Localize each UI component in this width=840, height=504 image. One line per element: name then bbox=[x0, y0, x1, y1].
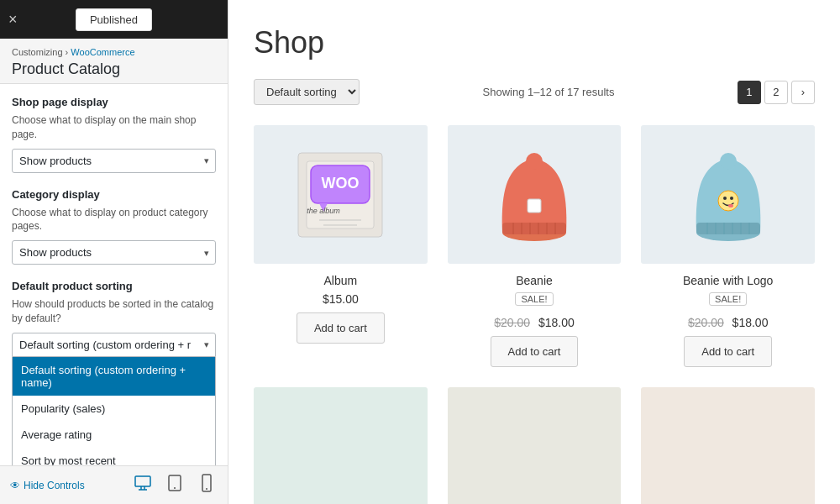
product-price-beanie: $20.00 $18.00 bbox=[494, 316, 575, 329]
bottom-bar: 👁 Hide Controls bbox=[0, 465, 228, 504]
svg-point-7 bbox=[206, 488, 207, 490]
product-card-partial3 bbox=[641, 387, 815, 504]
page-2-button[interactable]: 2 bbox=[764, 81, 788, 104]
sorting-option-rating[interactable]: Average rating bbox=[13, 422, 215, 448]
svg-rect-27 bbox=[696, 223, 760, 234]
shop-display-section: Shop page display Choose what to display… bbox=[12, 96, 216, 173]
sale-badge-beanie-logo: SALE! bbox=[709, 292, 747, 306]
default-sorting-desc: How should products be sorted in the cat… bbox=[12, 297, 216, 326]
product-name-beanie: Beanie bbox=[516, 274, 553, 287]
product-card-partial2 bbox=[448, 387, 622, 504]
desktop-device-button[interactable] bbox=[132, 472, 154, 498]
sorting-option-recent[interactable]: Sort by most recent bbox=[13, 448, 215, 465]
svg-text:WOO: WOO bbox=[322, 175, 360, 192]
top-bar: × Published bbox=[0, 0, 228, 39]
product-card-partial1 bbox=[254, 387, 428, 504]
sale-badge-beanie: SALE! bbox=[515, 292, 553, 306]
product-card-beanie: Beanie SALE! $20.00 $18.00 Add to cart bbox=[448, 125, 622, 367]
product-name-album: Album bbox=[323, 274, 357, 287]
svg-point-31 bbox=[728, 204, 733, 207]
hide-controls-button[interactable]: 👁 Hide Controls bbox=[10, 480, 85, 491]
close-button[interactable]: × bbox=[8, 11, 18, 29]
svg-point-25 bbox=[526, 153, 543, 170]
price-new-beanie-logo: $18.00 bbox=[732, 316, 769, 329]
product-image-album: WOO the album bbox=[254, 125, 428, 264]
svg-point-30 bbox=[730, 197, 733, 200]
panel-title: Product Catalog bbox=[12, 60, 216, 78]
svg-rect-18 bbox=[528, 199, 541, 213]
product-name-beanie-logo: Beanie with Logo bbox=[683, 274, 773, 287]
product-image-partial1 bbox=[254, 387, 428, 504]
product-image-beanie bbox=[448, 125, 622, 264]
product-grid-row2 bbox=[254, 387, 815, 504]
results-count: Showing 1–12 of 17 results bbox=[483, 86, 615, 98]
price-old-beanie-logo: $20.00 bbox=[688, 316, 724, 329]
eye-icon: 👁 bbox=[10, 480, 20, 491]
default-sorting-section: Default product sorting How should produ… bbox=[12, 280, 216, 465]
customizer-panel: × Published Customizing › WooCommerce Pr… bbox=[0, 0, 228, 504]
panel-content: Shop page display Choose what to display… bbox=[0, 84, 228, 465]
price-new-beanie: $18.00 bbox=[538, 316, 575, 329]
product-price-album: $15.00 bbox=[323, 292, 359, 306]
sorting-dropdown-list: Default sorting (custom ordering + name)… bbox=[12, 357, 216, 465]
page-1-button[interactable]: 1 bbox=[738, 81, 761, 104]
sorting-option-popularity[interactable]: Popularity (sales) bbox=[13, 396, 215, 422]
svg-text:the album: the album bbox=[307, 207, 341, 215]
svg-point-38 bbox=[720, 153, 737, 170]
sorting-select[interactable]: Default sorting (custom ordering + r bbox=[12, 333, 216, 357]
svg-rect-17 bbox=[502, 223, 566, 234]
product-card-album: WOO the album Album $15.00 Add to cart bbox=[254, 125, 428, 367]
product-image-partial3 bbox=[641, 387, 815, 504]
shop-preview: Shop Default sorting Showing 1–12 of 17 … bbox=[228, 0, 840, 504]
tablet-device-button[interactable] bbox=[164, 472, 186, 498]
category-display-select-wrapper: Show products Show categories Show categ… bbox=[12, 240, 216, 265]
sorting-option-default[interactable]: Default sorting (custom ordering + name) bbox=[13, 357, 215, 396]
category-display-section: Category display Choose what to display … bbox=[12, 188, 216, 265]
category-display-desc: Choose what to display on product catego… bbox=[12, 206, 216, 234]
svg-point-28 bbox=[718, 191, 738, 211]
sorting-select-wrapper: Default sorting (custom ordering + r ▾ bbox=[12, 333, 216, 357]
add-to-cart-album[interactable]: Add to cart bbox=[297, 312, 385, 344]
sort-select[interactable]: Default sorting bbox=[254, 79, 360, 105]
shop-display-desc: Choose what to display on the main shop … bbox=[12, 113, 216, 142]
breadcrumb: Customizing › WooCommerce bbox=[12, 47, 216, 57]
shop-toolbar: Default sorting Showing 1–12 of 17 resul… bbox=[254, 79, 815, 105]
shop-title: Shop bbox=[254, 25, 815, 60]
add-to-cart-beanie-logo[interactable]: Add to cart bbox=[684, 336, 772, 367]
product-price-beanie-logo: $20.00 $18.00 bbox=[688, 316, 769, 329]
product-grid: WOO the album Album $15.00 Add to cart bbox=[254, 125, 815, 367]
svg-point-5 bbox=[174, 487, 176, 489]
pagination: 1 2 › bbox=[738, 81, 815, 104]
svg-point-29 bbox=[723, 197, 727, 200]
shop-display-select[interactable]: Show products Show categories Show categ… bbox=[12, 149, 216, 173]
product-image-partial2 bbox=[448, 387, 622, 504]
product-card-beanie-logo: Beanie with Logo SALE! $20.00 $18.00 Add… bbox=[641, 125, 815, 367]
hide-controls-label: Hide Controls bbox=[24, 480, 85, 491]
nav-area: Customizing › WooCommerce Product Catalo… bbox=[0, 39, 228, 84]
default-sorting-title: Default product sorting bbox=[12, 280, 216, 292]
category-display-title: Category display bbox=[12, 188, 216, 201]
breadcrumb-link[interactable]: WooCommerce bbox=[71, 47, 134, 57]
mobile-device-button[interactable] bbox=[196, 472, 218, 498]
svg-rect-0 bbox=[135, 476, 150, 486]
category-display-select[interactable]: Show products Show categories Show categ… bbox=[12, 240, 216, 265]
price-old-beanie: $20.00 bbox=[494, 316, 530, 329]
published-button[interactable]: Published bbox=[76, 8, 152, 31]
page-next-button[interactable]: › bbox=[791, 81, 815, 104]
shop-display-select-wrapper: Show products Show categories Show categ… bbox=[12, 149, 216, 173]
shop-display-title: Shop page display bbox=[12, 96, 216, 108]
add-to-cart-beanie[interactable]: Add to cart bbox=[491, 336, 579, 367]
product-image-beanie-logo bbox=[641, 125, 815, 264]
